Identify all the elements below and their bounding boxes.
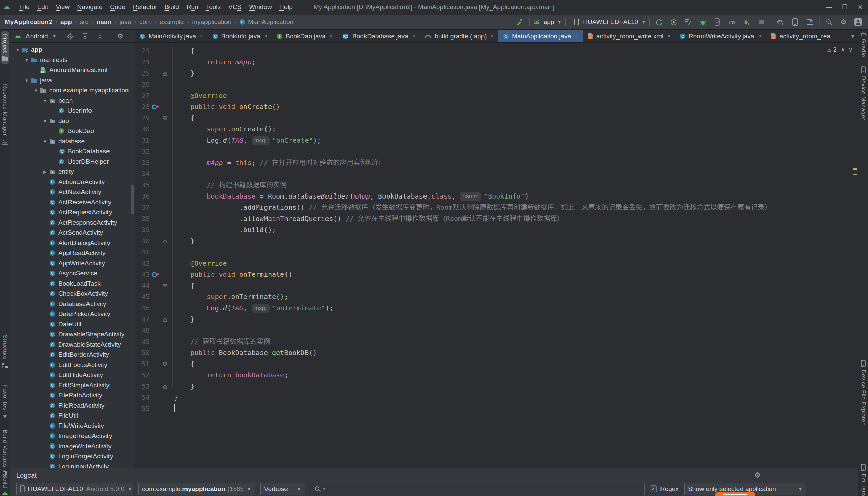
next-warning-button[interactable]: ∨: [849, 46, 852, 53]
settings-icon[interactable]: ⚙: [838, 17, 849, 27]
tree-item-imagereadactivity[interactable]: CImageReadActivity: [10, 431, 135, 441]
close-tab-icon[interactable]: ×: [412, 32, 416, 40]
tool-button-device-manager[interactable]: Device Manager: [858, 66, 868, 120]
tool-button-build[interactable]: Build: [0, 474, 10, 495]
debug-attach-icon[interactable]: [742, 17, 752, 27]
breadcrumb-item-myapplication[interactable]: myapplication: [192, 18, 231, 26]
tree-item-edithideactivity[interactable]: CEditHideActivity: [10, 370, 135, 380]
fold-marker-icon[interactable]: [161, 235, 169, 247]
regex-checkbox[interactable]: ✓: [650, 485, 657, 492]
tree-item-com-example-myapplication[interactable]: ▼com.example.myapplication: [10, 86, 135, 95]
tree-item-actionuriactivity[interactable]: CActionUriActivity: [10, 177, 135, 187]
override-method-icon[interactable]: [151, 269, 161, 280]
search-icon[interactable]: [824, 17, 834, 27]
profile-icon[interactable]: [727, 17, 737, 27]
pair-device-icon[interactable]: [775, 17, 785, 27]
tree-item-imagewriteactivity[interactable]: CImageWriteActivity: [10, 441, 135, 451]
logcat-process-select[interactable]: com.example.myapplication (15659 ▼: [138, 483, 255, 495]
tree-item-editfocusactivity[interactable]: CEditFocusActivity: [10, 360, 135, 370]
close-tab-icon[interactable]: ×: [200, 32, 204, 40]
tree-item-asyncservice[interactable]: CAsyncService: [10, 268, 135, 279]
expand-all-icon[interactable]: [80, 31, 90, 41]
close-tab-icon[interactable]: ×: [330, 32, 333, 40]
profiler-phone-icon[interactable]: [713, 17, 722, 27]
tab-activity-room-rea[interactable]: <>activity_room_rea: [766, 30, 835, 42]
override-method-icon[interactable]: [151, 101, 161, 112]
warning-stripe-mark[interactable]: [853, 174, 857, 175]
avatar-icon[interactable]: [853, 17, 863, 27]
menu-item-code[interactable]: Code: [106, 3, 129, 11]
tree-item-loginforgetactivity[interactable]: CLoginForgetActivity: [10, 451, 135, 462]
prev-warning-button[interactable]: ∧: [841, 46, 844, 53]
tree-item-java[interactable]: ▼java: [10, 75, 135, 86]
tool-button-device-file-explorer[interactable]: Device File Explorer: [858, 360, 868, 424]
tab-build-gradle-app[interactable]: build.gradle (:app)×: [420, 30, 498, 42]
tree-item-appreadactivity[interactable]: CAppReadActivity: [10, 248, 135, 258]
tool-button-emulator[interactable]: Emulator: [858, 464, 868, 496]
tool-button-structure[interactable]: Structure: [0, 335, 10, 368]
tree-item-userinfo[interactable]: CUserInfo: [10, 106, 135, 116]
menu-item-build[interactable]: Build: [161, 3, 183, 11]
tree-item-drawablestateactivity[interactable]: CDrawableStateActivity: [10, 340, 135, 350]
stop-icon[interactable]: [756, 17, 766, 27]
menu-item-edit[interactable]: Edit: [33, 3, 52, 11]
apply-code-changes-icon[interactable]: A: [669, 17, 679, 27]
tab-bookdatabase-java[interactable]: (C)BookDatabase.java×: [338, 30, 420, 42]
maximize-button[interactable]: ❐: [837, 0, 852, 14]
menu-item-view[interactable]: View: [52, 3, 73, 11]
tree-item-actsendactivity[interactable]: CActSendActivity: [10, 228, 135, 238]
tree-item-database[interactable]: ▼database: [10, 136, 135, 146]
breadcrumb-item-src[interactable]: src: [80, 18, 89, 26]
menu-item-file[interactable]: File: [16, 3, 33, 11]
breadcrumb-item-com[interactable]: com: [139, 18, 152, 26]
tool-button-project[interactable]: Project: [1, 31, 10, 64]
breadcrumb-item-myapplication2[interactable]: MyApplication2: [5, 18, 52, 26]
tree-item-checkboxactivity[interactable]: CCheckBoxActivity: [10, 289, 135, 299]
tree-item-databaseactivity[interactable]: CDatabaseActivity: [10, 299, 135, 309]
tab-roomwriteactivity-java[interactable]: CRoomWriteActivity.java×: [675, 30, 766, 42]
breadcrumb-item-mainapplication[interactable]: CMainApplication: [239, 18, 293, 26]
tree-item-bean[interactable]: ▼bean: [10, 95, 135, 106]
device-manager-icon[interactable]: [790, 17, 800, 27]
tool-button-gradle[interactable]: Gradle: [858, 31, 868, 57]
hide-panel-icon[interactable]: —: [767, 471, 774, 479]
tree-item-editsimpleactivity[interactable]: CEditSimpleActivity: [10, 380, 135, 390]
warning-stripe-mark[interactable]: [853, 168, 857, 170]
code-editor[interactable]: ⚠ 2 ∧ ∨ 23 {24 return mApp;25 }2627 @Ove…: [135, 43, 858, 467]
menu-item-window[interactable]: Window: [245, 3, 276, 11]
tree-item-fileutil[interactable]: CFileUtil: [10, 410, 135, 421]
tab-activity-room-write-xml[interactable]: <>activity_room_write.xml×: [583, 30, 675, 42]
fold-marker-icon[interactable]: [161, 112, 169, 124]
tree-item-logininputactivity[interactable]: CLoginInputActivity: [10, 462, 135, 467]
tree-item-app[interactable]: ▼app: [10, 45, 135, 55]
tree-item-actreceiveactivity[interactable]: CActReceiveActivity: [10, 197, 135, 207]
settings-icon[interactable]: ⚙: [115, 31, 125, 41]
run-configuration-select[interactable]: app ▼: [529, 17, 566, 28]
build-hammer-icon[interactable]: [515, 17, 525, 27]
locate-icon[interactable]: [65, 31, 75, 41]
tab-overflow-chevron-icon[interactable]: ▼: [850, 33, 855, 39]
menu-item-help[interactable]: Help: [276, 3, 296, 11]
breadcrumb-item-example[interactable]: example: [160, 18, 184, 26]
tree-item-bookdao[interactable]: IBookDao: [10, 126, 135, 136]
tool-button-favorites[interactable]: Favorites★: [0, 385, 10, 420]
tree-item-filewriteactivity[interactable]: CFileWriteActivity: [10, 421, 135, 431]
tree-item-actresponseactivity[interactable]: CActResponseActivity: [10, 217, 135, 228]
fold-marker-icon[interactable]: [161, 68, 169, 79]
tab-mainapplication-java[interactable]: CMainApplication.java×: [498, 30, 583, 42]
tree-item-editborderactivity[interactable]: CEditBorderActivity: [10, 350, 135, 360]
tree-item-manifests[interactable]: ▼manifests: [10, 55, 135, 65]
tree-item-userdbhelper[interactable]: CUserDBHelper: [10, 156, 135, 167]
close-button[interactable]: ✕: [852, 0, 868, 14]
tree-item-actnextactivity[interactable]: CActNextActivity: [10, 187, 135, 197]
tool-button-resource-manager[interactable]: Resource Manager: [0, 84, 10, 145]
fold-marker-icon[interactable]: [161, 358, 169, 370]
fold-marker-icon[interactable]: [161, 381, 169, 392]
tree-item-dateutil[interactable]: CDateUtil: [10, 319, 135, 329]
menu-item-vcs[interactable]: VCS: [224, 3, 245, 11]
tree-item-drawableshapeactivity[interactable]: CDrawableShapeActivity: [10, 329, 135, 340]
project-view-select[interactable]: Android: [26, 32, 48, 40]
tree-item-bookdatabase[interactable]: (C)BookDatabase: [10, 146, 135, 156]
fold-marker-icon[interactable]: [161, 314, 169, 325]
sdk-manager-icon[interactable]: [805, 17, 815, 27]
